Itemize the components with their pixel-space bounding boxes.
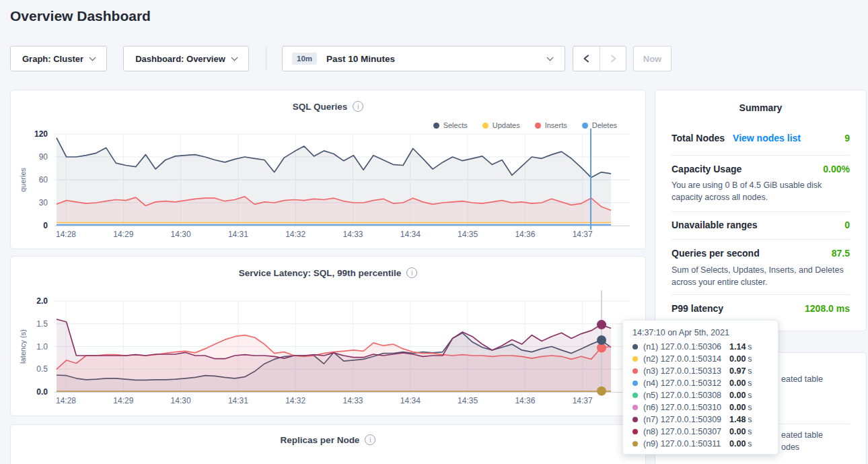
divider: [672, 155, 850, 156]
tooltip-node-row: (n1) 127.0.0.1:50306 1.14 s: [632, 341, 768, 353]
node-address: (n1) 127.0.0.1:50306: [643, 342, 729, 352]
node-latency-value: 0.00: [729, 354, 746, 364]
latency-unit: s: [748, 403, 752, 412]
tooltip-node-row: (n3) 127.0.0.1:50313 0.97 s: [632, 365, 768, 377]
divider: [672, 239, 850, 240]
divider: [672, 294, 850, 295]
graph-scope-dropdown[interactable]: Graph: Cluster: [10, 46, 107, 71]
capacity-usage-value: 0.00%: [823, 164, 850, 174]
svg-text:queries: queries: [19, 167, 27, 192]
replicas-per-node-panel: Replicas per Node: [10, 424, 646, 464]
svg-text:0.0: 0.0: [36, 387, 48, 397]
latency-unit: s: [748, 354, 752, 364]
summary-panel: Summary Total Nodes View nodes list 9 Ca…: [655, 90, 867, 331]
tooltip-node-row: (n6) 127.0.0.1:50310 0.00 s: [632, 401, 768, 413]
toolbar-divider: [266, 47, 266, 70]
chevron-down-icon: [89, 54, 96, 61]
node-color-dot: [632, 356, 638, 362]
replicas-chart-title: Replicas per Node: [281, 435, 360, 445]
svg-text:14:28: 14:28: [56, 230, 76, 239]
tooltip-node-row: (n5) 127.0.0.1:50308 0.00 s: [632, 389, 768, 401]
svg-text:2.0: 2.0: [36, 296, 48, 306]
node-color-dot: [632, 429, 638, 434]
svg-text:14:34: 14:34: [400, 230, 421, 239]
svg-text:1.5: 1.5: [36, 319, 48, 329]
svg-text:14:35: 14:35: [458, 230, 478, 239]
sql-queries-panel: SQL Queries Selects Updates Inserts Dele…: [10, 90, 646, 249]
qps-value: 87.5: [832, 248, 850, 259]
tooltip-node-row: (n2) 127.0.0.1:50314 0.00 s: [632, 353, 768, 365]
tooltip-node-row: (n4) 127.0.0.1:50312 0.00 s: [632, 377, 768, 389]
svg-text:14:33: 14:33: [342, 230, 363, 239]
service-latency-chart[interactable]: 0.00.51.01.52.014:2814:2914:3014:3114:32…: [11, 257, 647, 417]
node-color-dot: [632, 380, 638, 386]
unavailable-ranges-value: 0: [844, 220, 850, 230]
latency-unit: s: [748, 439, 752, 449]
tooltip-timestamp: 14:37:10 on Apr 5th, 2021: [632, 328, 768, 337]
svg-text:0: 0: [43, 221, 48, 230]
dashboard-dropdown[interactable]: Dashboard: Overview: [123, 46, 249, 71]
time-range-picker[interactable]: 10m Past 10 Minutes: [282, 46, 565, 71]
svg-text:30: 30: [39, 198, 48, 207]
node-address: (n2) 127.0.0.1:50314: [643, 354, 729, 364]
chevron-down-icon: [547, 54, 554, 61]
page-title: Overview Dashboard: [10, 8, 151, 24]
latency-unit: s: [748, 378, 752, 388]
node-latency-value: 0.00: [729, 427, 746, 436]
dashboard-label: Dashboard: Overview: [135, 54, 225, 64]
svg-text:14:32: 14:32: [285, 230, 305, 239]
latency-unit: s: [748, 366, 752, 376]
svg-text:60: 60: [39, 175, 48, 185]
time-step-back-button[interactable]: [573, 46, 600, 71]
node-color-dot: [632, 417, 638, 422]
svg-text:90: 90: [39, 152, 48, 162]
node-address: (n9) 127.0.0.1:50311: [643, 439, 729, 449]
info-icon[interactable]: [365, 434, 375, 445]
svg-text:14:30: 14:30: [171, 230, 191, 239]
summary-row-qps: Queries per second 87.5: [672, 248, 850, 259]
svg-text:120: 120: [34, 129, 48, 139]
node-latency-value: 1.14: [729, 342, 746, 352]
chevron-down-icon: [231, 54, 238, 61]
svg-text:14:28: 14:28: [56, 396, 76, 405]
chart-hover-tooltip: 14:37:10 on Apr 5th, 2021 (n1) 127.0.0.1…: [622, 320, 779, 455]
service-latency-panel: Service Latency: SQL, 99th percentile 0.…: [10, 256, 646, 416]
view-nodes-list-link[interactable]: View nodes list: [733, 133, 801, 143]
svg-text:14:37: 14:37: [573, 230, 593, 239]
latency-unit: s: [748, 427, 752, 436]
node-color-dot: [632, 405, 638, 410]
time-range-label: Past 10 Minutes: [326, 54, 395, 64]
qps-subtext: Sum of Selects, Updates, Inserts, and De…: [672, 264, 850, 288]
svg-text:latency (s): latency (s): [19, 329, 27, 364]
svg-text:14:29: 14:29: [113, 230, 133, 239]
node-latency-value: 1.48: [729, 415, 746, 424]
time-step-buttons: [573, 46, 626, 71]
tooltip-node-row: (n9) 127.0.0.1:50311 0.00 s: [632, 438, 768, 450]
svg-text:14:29: 14:29: [113, 396, 133, 405]
event-text-fragment: eated table: [781, 374, 823, 384]
node-address: (n5) 127.0.0.1:50308: [643, 391, 729, 400]
tooltip-node-row: (n8) 127.0.0.1:50307 0.00 s: [632, 426, 768, 438]
node-address: (n8) 127.0.0.1:50307: [643, 427, 729, 436]
now-button[interactable]: Now: [633, 46, 672, 71]
svg-text:1.0: 1.0: [36, 342, 48, 352]
node-color-dot: [632, 368, 638, 374]
sql-queries-chart[interactable]: 030609012014:2814:2914:3014:3114:3214:33…: [11, 90, 647, 250]
node-color-dot: [632, 441, 638, 446]
svg-text:14:30: 14:30: [171, 396, 191, 405]
latency-unit: s: [748, 342, 752, 352]
time-range-badge: 10m: [292, 53, 317, 65]
summary-row-unavailable-ranges: Unavailable ranges 0: [672, 220, 850, 230]
svg-text:14:33: 14:33: [342, 396, 363, 405]
chevron-left-icon: [582, 54, 591, 63]
node-latency-value: 0.97: [729, 366, 746, 376]
node-latency-value: 0.00: [729, 403, 746, 412]
time-step-forward-button[interactable]: [600, 46, 626, 71]
summary-title: Summary: [655, 102, 866, 113]
latency-unit: s: [748, 415, 752, 424]
summary-row-capacity: Capacity Usage 0.00%: [672, 164, 850, 174]
svg-text:0.5: 0.5: [36, 364, 48, 374]
capacity-usage-subtext: You are using 0 B of 4.5 GiB usable disk…: [672, 179, 850, 203]
node-color-dot: [632, 344, 638, 350]
summary-row-p99: P99 latency 1208.0 ms: [672, 303, 850, 314]
